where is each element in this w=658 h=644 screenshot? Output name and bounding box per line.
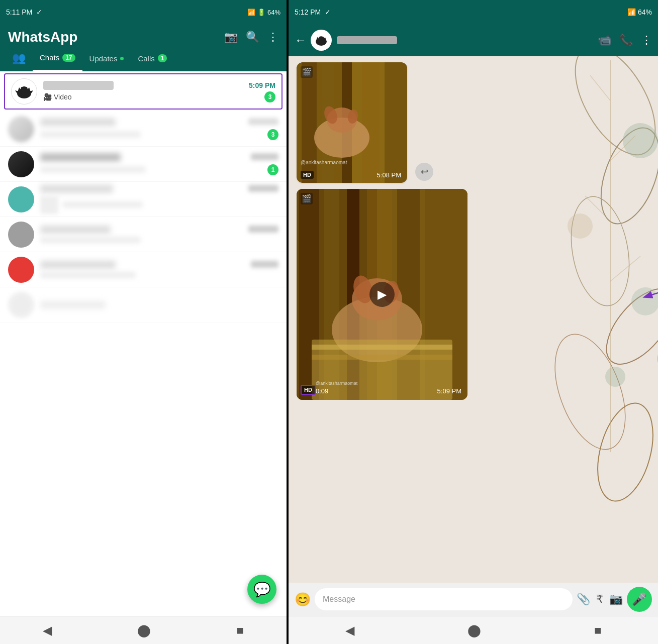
chat-item-1[interactable]: 3 [0,112,287,147]
tabs-bar: 👥 Chats 17 Updates Calls 1 [0,45,287,71]
chat-item-6[interactable] [0,287,287,323]
watermark-2: @ankitasharmaomat [316,381,357,386]
chat-contact-avatar[interactable] [311,30,332,51]
left-nav-bar: ◀ ⬤ ■ [0,616,287,644]
wifi-icon: 🔋 [257,9,265,16]
svg-point-28 [322,37,324,39]
voice-call-icon[interactable]: 📞 [619,34,633,47]
video-duration: 0:09 [316,387,328,395]
chat-item-3[interactable] [0,182,287,217]
message-input[interactable]: Message [315,588,573,610]
chat-item-5[interactable] [0,252,287,287]
right-back-nav[interactable]: ◀ [345,623,354,637]
chat-list: 5:09 PM 🎥 Video 3 [0,71,287,616]
video-message-1[interactable]: 🎬 @ankitasharmaomat HD 5:08 PM [297,62,407,183]
svg-point-4 [21,87,24,90]
more-menu-icon[interactable]: ⋮ [267,31,278,44]
unread-1: 3 [267,129,278,140]
video-cam-icon: 🎥 [43,93,52,101]
right-home-nav[interactable]: ⬤ [467,623,481,637]
chats-tab[interactable]: Chats 17 [33,45,82,71]
right-status-bar: 5:12 PM ✓ 📶 64% [289,0,658,24]
svg-rect-35 [385,62,407,183]
emoji-button[interactable]: 😊 [295,592,311,607]
video-call-icon[interactable]: 📹 [598,34,611,47]
home-nav-icon[interactable]: ⬤ [137,623,151,637]
rupee-icon[interactable]: ₹ [596,593,603,606]
search-icon[interactable]: 🔍 [246,31,259,44]
calls-tab[interactable]: Calls 1 [131,45,174,71]
back-nav-icon[interactable]: ◀ [43,623,52,637]
status-time-left: 5:11 PM ✓ [6,8,42,16]
play-button[interactable]: ▶ [369,282,395,307]
recents-nav-icon[interactable]: ■ [236,623,244,637]
chat-header-icons: 📹 📞 ⋮ [598,34,652,47]
right-signal-icon: 📶 [627,8,636,16]
right-battery: 64% [638,8,652,16]
left-time: 5:11 PM [6,8,32,16]
watermark-1: @ankitasharmaomat [301,160,347,165]
mic-icon: 🎤 [632,592,647,606]
chats-label: Chats [40,53,59,62]
camera-icon[interactable]: 📷 [224,31,238,44]
video-time-1: 5:08 PM [377,171,401,179]
chat-more-icon[interactable]: ⋮ [641,34,652,47]
chat-name-row: 5:09 PM [43,81,275,90]
chat-preview-row: 🎥 Video 3 [43,91,275,102]
input-bar: 😊 Message 📎 ₹ 📷 🎤 [289,583,658,616]
chat-item-4[interactable] [0,217,287,252]
avatar-1 [8,116,34,142]
left-panel: 5:11 PM ✓ 📶 🔋 64% WhatsApp 📷 🔍 ⋮ 👥 Chats… [0,0,287,644]
new-chat-fab[interactable]: 💬 [247,575,276,604]
video-label: Video [54,93,72,101]
calls-label: Calls [138,54,154,63]
camera-input-icon[interactable]: 📷 [609,593,623,606]
chat-header-info [337,36,598,44]
unread-badge: 3 [264,91,275,102]
svg-rect-53 [312,345,452,350]
chat-item-2[interactable]: 1 [0,147,287,182]
unread-2: 1 [267,164,278,175]
right-time-section: 5:12 PM ✓ [295,8,331,16]
input-right-icons: 📎 ₹ 📷 [577,593,623,606]
right-time: 5:12 PM [295,8,321,16]
avatar-2 [8,151,34,177]
mic-button[interactable]: 🎤 [627,587,652,612]
video-message-2[interactable]: 🎬 ▶ HD 0:09 @ankitasharmaomat 5:09 PM [297,189,467,400]
chat-name-blurred [43,81,114,90]
avatar-3 [8,186,34,212]
attach-icon[interactable]: 📎 [577,593,590,606]
updates-tab[interactable]: Updates [82,45,131,71]
forward-button-1[interactable]: ↩ [415,163,433,181]
calls-badge: 1 [158,54,167,62]
svg-point-27 [319,37,321,39]
batman-avatar [11,78,37,104]
updates-label: Updates [89,54,118,63]
avatar-6 [8,292,34,318]
back-button[interactable]: ← [295,33,307,47]
community-icon: 👥 [12,52,26,65]
svg-line-56 [645,287,658,297]
message-placeholder: Message [323,595,355,604]
highlighted-chat-content: 5:09 PM 🎥 Video 3 [43,81,275,102]
updates-dot [120,57,124,60]
contact-name-blurred [337,36,397,44]
chat-header: ← 📹 📞 ⋮ [289,24,658,56]
right-recents-nav[interactable]: ■ [594,623,602,637]
chat-preview: 🎥 Video [43,93,72,101]
film-icon-2: 🎬 [301,193,313,204]
right-nav-bar: ◀ ⬤ ■ [289,616,658,644]
community-tab[interactable]: 👥 [5,45,33,71]
video-thumb-1[interactable]: 🎬 @ankitasharmaomat HD 5:08 PM [297,62,407,183]
battery-text: 64% [267,9,280,16]
messages-area: 🎬 @ankitasharmaomat HD 5:08 PM ↩ [289,56,658,583]
right-panel: 5:12 PM ✓ 📶 64% ← 📹 📞 ⋮ [289,0,658,644]
svg-rect-34 [362,62,380,183]
right-check-icon: ✓ [325,8,331,16]
film-icon-1: 🎬 [301,66,313,78]
header-icons: 📷 🔍 ⋮ [224,31,278,44]
arrow-annotation [635,279,658,306]
message-row-2: 🎬 ▶ HD 0:09 @ankitasharmaomat 5:09 PM [297,189,650,400]
highlighted-chat[interactable]: 5:09 PM 🎥 Video 3 [4,73,283,110]
avatar-5 [8,257,34,283]
